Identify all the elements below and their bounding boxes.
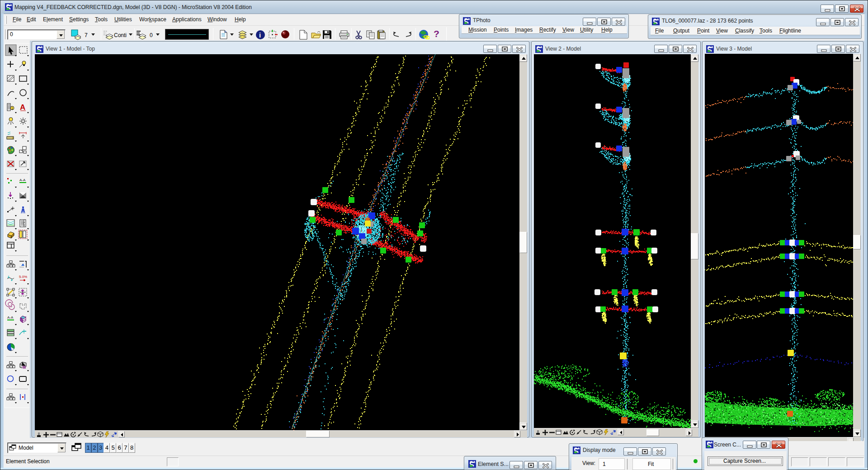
svg-text:1: 1 <box>11 107 13 110</box>
svg-text:i: i <box>259 31 261 39</box>
svg-text:A: A <box>20 103 25 112</box>
svg-text:A-A: A-A <box>19 178 26 182</box>
svg-text:5.0%: 5.0% <box>19 275 27 279</box>
svg-text:A-A: A-A <box>7 315 14 320</box>
